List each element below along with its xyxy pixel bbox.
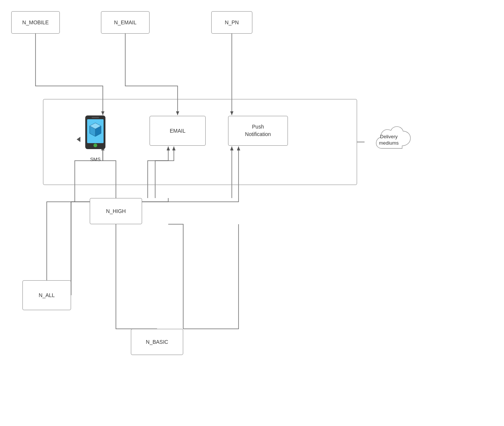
n-email-box: N_EMAIL (101, 11, 150, 34)
n-mobile-label: N_MOBILE (22, 19, 49, 25)
svg-point-13 (93, 143, 97, 147)
n-pn-box: N_PN (211, 11, 252, 34)
n-all-label: N_ALL (39, 292, 55, 298)
email-box: EMAIL (150, 116, 206, 146)
delivery-mediums-cloud: Delivery mediums (363, 123, 415, 157)
cloud-label: Delivery mediums (377, 134, 401, 146)
n-pn-label: N_PN (225, 19, 239, 25)
connector-lines (0, 0, 504, 426)
n-mobile-box: N_MOBILE (11, 11, 60, 34)
diagram-container: N_MOBILE N_EMAIL N_PN (0, 0, 504, 426)
sms-label: SMS (90, 157, 101, 162)
phone-svg (82, 115, 108, 156)
n-all-box: N_ALL (22, 280, 71, 310)
sms-icon: SMS (79, 114, 112, 163)
cloud-shape: Delivery mediums (365, 125, 413, 155)
push-notification-box: Push Notification (228, 116, 288, 146)
svg-rect-14 (92, 117, 99, 118)
n-email-label: N_EMAIL (114, 19, 136, 25)
n-high-box: N_HIGH (90, 198, 142, 224)
n-basic-label: N_BASIC (146, 339, 168, 345)
push-notification-label: Push Notification (245, 123, 271, 138)
n-basic-box: N_BASIC (131, 329, 183, 355)
n-high-label: N_HIGH (106, 208, 126, 214)
email-label: EMAIL (170, 128, 185, 134)
